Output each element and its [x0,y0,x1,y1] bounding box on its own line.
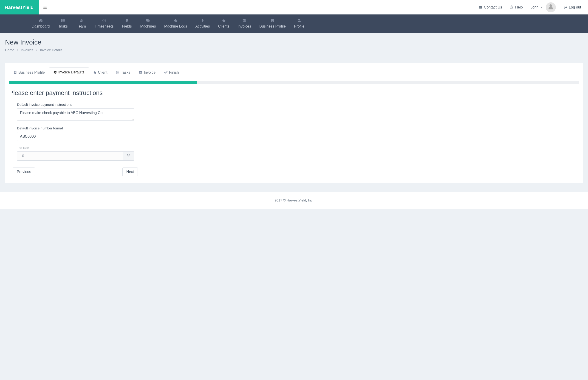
next-button[interactable]: Next [122,168,138,176]
wizard-tabs: Business Profile Invoice Defaults Client… [9,67,579,77]
number-format-label: Default invoice number format [17,126,134,130]
building-icon [271,19,274,22]
user-menu[interactable]: John [530,5,543,9]
bars-icon [43,5,47,9]
dashboard-icon [39,19,42,22]
tax-rate-addon: % [123,152,134,161]
tab-tasks[interactable]: Tasks [112,67,135,77]
wrench-icon [174,19,177,22]
truck-icon [146,19,150,22]
nav-label: Profile [294,24,304,28]
bank-icon [139,71,142,74]
bolt-icon [201,19,204,22]
nav-activities[interactable]: Activities [191,15,214,33]
nav-label: Machine Logs [164,24,187,28]
nav-label: Clients [218,24,229,28]
tab-finish[interactable]: Finish [160,67,183,77]
brand-logo[interactable]: HarvestYield [0,0,39,15]
users-icon [80,19,83,22]
contact-us-label: Contact Us [484,5,502,9]
tab-label: Tasks [121,70,130,75]
nav-team[interactable]: Team [72,15,90,33]
nav-profile[interactable]: Profile [290,15,308,33]
chevron-down-icon [540,6,543,9]
tab-invoice[interactable]: Invoice [135,67,160,77]
form-heading: Please enter payment instructions [9,90,579,97]
bank-icon [243,19,246,22]
user-icon [297,19,301,22]
nav-machines[interactable]: Machines [136,15,160,33]
help-link[interactable]: Help [510,5,523,9]
clock-icon [102,19,106,22]
nav-dashboard[interactable]: Dashboard [28,15,54,33]
breadcrumb-separator: / [17,48,18,52]
previous-button[interactable]: Previous [13,168,35,176]
nav-label: Business Profile [259,24,286,28]
nav-label: Dashboard [32,24,50,28]
tab-client[interactable]: Client [89,67,112,77]
gear-icon [54,70,57,74]
nav-fields[interactable]: Fields [118,15,136,33]
list-icon [61,19,65,22]
tab-label: Finish [169,70,179,75]
payment-instructions-label: Default invoice payment instructions [17,103,134,106]
nav-label: Team [77,24,86,28]
check-icon [164,71,167,74]
nav-invoices[interactable]: Invoices [234,15,255,33]
sign-out-icon [564,5,567,9]
nav-clients[interactable]: Clients [214,15,234,33]
user-name: John [530,5,539,9]
help-label: Help [515,5,523,9]
nav-label: Activities [195,24,210,28]
life-ring-icon [510,5,513,9]
breadcrumb: Home / Invoices / Invoice Details [5,48,583,52]
user-icon [548,4,553,10]
list-icon [116,71,119,74]
nav-machine-logs[interactable]: Machine Logs [160,15,191,33]
tax-rate-label: Tax rate [17,146,134,150]
envelope-icon [479,5,482,9]
nav-label: Fields [122,24,132,28]
nav-label: Tasks [58,24,68,28]
breadcrumb-invoices[interactable]: Invoices [21,48,34,52]
menu-toggle-button[interactable] [39,0,51,15]
page-title: New Invoice [5,38,583,46]
map-marker-icon [125,19,129,22]
tab-business-profile[interactable]: Business Profile [9,67,49,77]
number-format-input[interactable] [17,132,134,141]
breadcrumb-separator: / [36,48,37,52]
tab-label: Invoice Defaults [58,70,84,74]
tab-label: Client [98,70,107,75]
star-icon [93,71,97,74]
tab-invoice-defaults[interactable]: Invoice Defaults [49,67,89,77]
breadcrumb-current: Invoice Details [40,48,62,52]
nav-label: Invoices [238,24,251,28]
tax-rate-input[interactable] [17,152,123,161]
nav-timesheets[interactable]: Timesheets [90,15,118,33]
nav-business-profile[interactable]: Business Profile [255,15,290,33]
main-nav: Dashboard Tasks Team Timesheets Fields M… [0,15,588,33]
progress-fill [9,81,197,84]
logout-link[interactable]: Log out [564,5,581,9]
star-icon [222,19,225,22]
avatar[interactable] [546,2,556,12]
tab-label: Business Profile [18,70,45,75]
payment-instructions-input[interactable] [17,108,134,121]
tab-label: Invoice [144,70,156,75]
progress-bar [9,81,579,84]
logout-label: Log out [569,5,581,9]
building-icon [14,71,17,74]
breadcrumb-home[interactable]: Home [5,48,14,52]
nav-label: Timesheets [95,24,113,28]
contact-us-link[interactable]: Contact Us [479,5,502,9]
nav-label: Machines [140,24,156,28]
footer-text: 2017 © HarvestYield, Inc. [0,192,588,209]
nav-tasks[interactable]: Tasks [54,15,72,33]
